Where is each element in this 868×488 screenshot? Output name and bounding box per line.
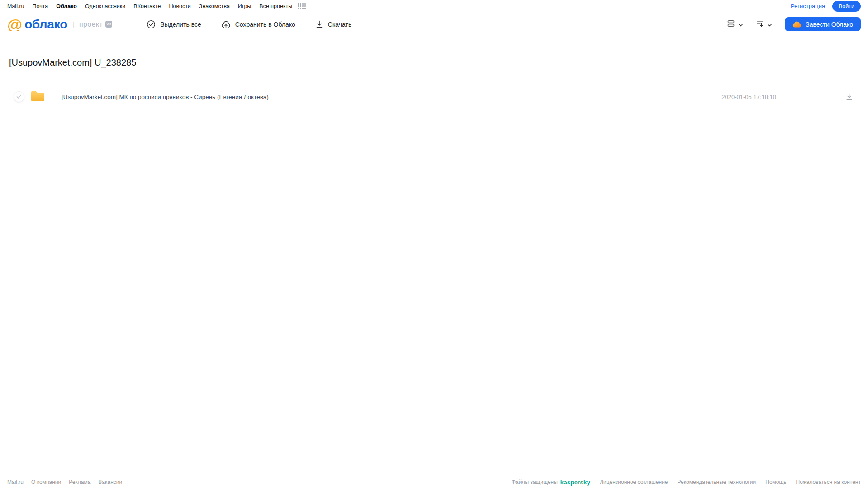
- portal-link-mailru[interactable]: Mail.ru: [7, 3, 24, 9]
- sort-icon: [756, 19, 764, 29]
- chevron-down-icon: [767, 20, 772, 28]
- footer-link-about[interactable]: О компании: [31, 479, 61, 485]
- footer-link-recommend-tech[interactable]: Рекомендательные технологии: [678, 479, 756, 485]
- select-all-button[interactable]: Выделить все: [147, 20, 201, 29]
- cloud-upload-icon: [221, 20, 231, 29]
- all-projects-grid-icon[interactable]: [298, 3, 306, 9]
- portal-link-odnoklassniki[interactable]: Одноклассники: [85, 3, 125, 9]
- cloud-logo[interactable]: @ облако | проект VK: [7, 17, 112, 32]
- download-label: Скачать: [328, 21, 352, 28]
- header-right: Завести Облако: [727, 17, 861, 31]
- portal-link-igry[interactable]: Игры: [238, 3, 251, 9]
- vk-logo-icon: VK: [105, 21, 112, 28]
- footer-right: Файлы защищены kaspersky Лицензионное со…: [512, 479, 861, 486]
- save-to-cloud-label: Сохранить в Облако: [235, 21, 295, 28]
- save-to-cloud-button[interactable]: Сохранить в Облако: [221, 20, 295, 29]
- login-button[interactable]: Войти: [832, 1, 861, 12]
- folder-icon[interactable]: [30, 90, 45, 104]
- create-cloud-button[interactable]: Завести Облако: [785, 17, 861, 31]
- kaspersky-logo[interactable]: kaspersky: [560, 479, 590, 486]
- project-label: проект: [79, 20, 103, 28]
- registration-link[interactable]: Регистрация: [791, 3, 825, 9]
- create-cloud-label: Завести Облако: [806, 21, 853, 28]
- select-all-label: Выделить все: [160, 21, 201, 28]
- header: @ облако | проект VK Выделить все Сохран…: [0, 12, 868, 36]
- row-checkbox[interactable]: [14, 91, 24, 102]
- footer-link-report-content[interactable]: Пожаловаться на контент: [796, 479, 861, 485]
- files-protected-label: Файлы защищены: [512, 479, 558, 485]
- portal-link-znakomstva[interactable]: Знакомства: [199, 3, 230, 9]
- footer-link-mailru[interactable]: Mail.ru: [7, 479, 24, 485]
- row-download-icon[interactable]: [845, 93, 853, 101]
- sort-dropdown[interactable]: [756, 19, 772, 29]
- logo-divider: |: [73, 20, 75, 28]
- footer-link-help[interactable]: Помощь: [765, 479, 786, 485]
- file-row[interactable]: [UsupovMarket.com] МК по росписи прянико…: [0, 85, 868, 109]
- file-name-link[interactable]: [UsupovMarket.com] МК по росписи прянико…: [62, 94, 269, 100]
- download-icon: [315, 20, 323, 28]
- portal-link-vkontakte[interactable]: ВКонтакте: [133, 3, 161, 9]
- portal-nav-right: Регистрация Войти: [791, 1, 861, 12]
- cloud-icon: [792, 21, 802, 28]
- footer: Mail.ru О компании Реклама Вакансии Файл…: [0, 476, 868, 488]
- portal-link-novosti[interactable]: Новости: [169, 3, 190, 9]
- list-view-icon: [727, 19, 735, 29]
- logo-text: облако: [24, 17, 67, 32]
- portal-nav: Mail.ru Почта Облако Одноклассники ВКонт…: [0, 0, 868, 12]
- portal-link-oblako[interactable]: Облако: [56, 3, 77, 9]
- footer-link-license[interactable]: Лицензионное соглашение: [600, 479, 668, 485]
- view-mode-dropdown[interactable]: [727, 19, 743, 29]
- main-content: [UsupovMarket.com] U_238285 [UsupovMarke…: [0, 36, 868, 109]
- chevron-down-icon: [738, 20, 743, 28]
- portal-link-pochta[interactable]: Почта: [33, 3, 48, 9]
- footer-link-jobs[interactable]: Вакансии: [98, 479, 122, 485]
- circle-check-icon: [147, 20, 156, 29]
- page-title: [UsupovMarket.com] U_238285: [9, 57, 868, 68]
- toolbar: Выделить все Сохранить в Облако Скачать: [147, 20, 371, 29]
- portal-link-all-projects[interactable]: Все проекты: [259, 3, 292, 9]
- download-button[interactable]: Скачать: [315, 20, 352, 28]
- footer-link-ads[interactable]: Реклама: [69, 479, 90, 485]
- file-date: 2020-01-05 17:18:10: [721, 94, 776, 100]
- mailru-at-icon: @: [7, 18, 22, 31]
